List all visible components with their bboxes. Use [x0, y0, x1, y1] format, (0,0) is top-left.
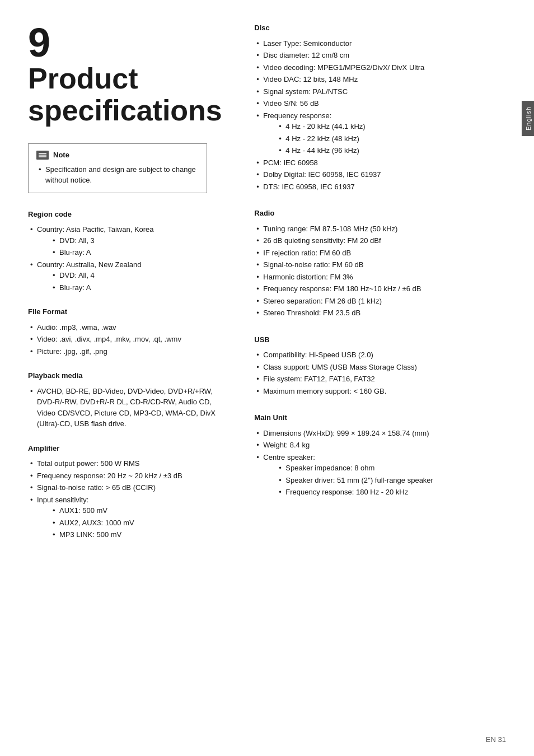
list-item: Speaker driver: 51 mm (2'') full-range s…: [277, 475, 506, 486]
page-footer: EN 31: [486, 734, 506, 745]
list-item: Frequency response: 4 Hz - 20 kHz (44.1 …: [254, 110, 506, 156]
list-item: Country: Australia, New Zealand DVD: All…: [28, 259, 226, 293]
sub-list: DVD: All, 4 Blu-ray: A: [37, 270, 226, 293]
list-item: AUX2, AUX3: 1000 mV: [50, 517, 226, 529]
sub-list: DVD: All, 3 Blu-ray: A: [37, 235, 226, 258]
amplifier-list: Total output power: 500 W RMS Frequency …: [28, 458, 226, 540]
region-code-list: Country: Asia Pacific, Taiwan, Korea DVD…: [28, 224, 226, 293]
playback-media-list: AVCHD, BD-RE, BD-Video, DVD-Video, DVD+R…: [28, 386, 226, 430]
list-item: Signal system: PAL/NTSC: [254, 86, 506, 97]
section-region-code: Region code Country: Asia Pacific, Taiwa…: [28, 209, 226, 293]
list-item: 4 Hz - 44 kHz (96 kHz): [277, 145, 506, 156]
section-playback-media: Playback media AVCHD, BD-RE, BD-Video, D…: [28, 370, 226, 430]
list-item: Frequency response: FM 180 Hz~10 kHz / ±…: [254, 283, 506, 295]
section-disc: Disc Laser Type: Semiconductor Disc diam…: [254, 22, 506, 192]
list-item: MP3 LINK: 500 mV: [50, 529, 226, 540]
sub-list: 4 Hz - 20 kHz (44.1 kHz) 4 Hz - 22 kHz (…: [263, 121, 506, 156]
list-item: Video: .avi, .divx, .mp4, .mkv, .mov, .q…: [28, 334, 226, 345]
left-column: 9 Productspecifications Note: [28, 22, 243, 734]
note-icon: [36, 151, 49, 160]
list-item: AVCHD, BD-RE, BD-Video, DVD-Video, DVD+R…: [28, 386, 226, 430]
section-title-usb: USB: [254, 334, 506, 346]
list-item: Picture: .jpg, .gif, .png: [28, 346, 226, 357]
note-header: Note: [36, 150, 199, 161]
list-item: Frequency response: 20 Hz ~ 20 kHz / ±3 …: [28, 470, 226, 482]
list-item: Tuning range: FM 87.5-108 MHz (50 kHz): [254, 223, 506, 235]
list-item: Weight: 8.4 kg: [254, 440, 506, 451]
list-item: Speaker impedance: 8 ohm: [277, 463, 506, 474]
list-item: DTS: IEC 60958, IEC 61937: [254, 181, 506, 193]
section-title-radio: Radio: [254, 208, 506, 219]
list-item: 4 Hz - 20 kHz (44.1 kHz): [277, 121, 506, 132]
list-item: 4 Hz - 22 kHz (48 kHz): [277, 133, 506, 144]
right-column: Disc Laser Type: Semiconductor Disc diam…: [243, 22, 506, 734]
list-item: DVD: All, 4: [50, 270, 226, 281]
list-item: DVD: All, 3: [50, 235, 226, 246]
note-label: Note: [53, 150, 69, 161]
chapter-title: Productspecifications: [28, 63, 226, 127]
section-amplifier: Amplifier Total output power: 500 W RMS …: [28, 443, 226, 540]
sub-list: Speaker impedance: 8 ohm Speaker driver:…: [263, 463, 506, 498]
list-item: Dimensions (WxHxD): 999 × 189.24 × 158.7…: [254, 428, 506, 439]
list-item: Dolby Digital: IEC 60958, IEC 61937: [254, 169, 506, 180]
list-item: Signal-to-noise ratio: > 65 dB (CCIR): [28, 482, 226, 493]
list-item: 26 dB quieting sensitivity: FM 20 dBf: [254, 235, 506, 246]
section-file-format: File Format Audio: .mp3, .wma, .wav Vide…: [28, 306, 226, 357]
list-item: Audio: .mp3, .wma, .wav: [28, 322, 226, 333]
section-title-file-format: File Format: [28, 306, 226, 318]
radio-list: Tuning range: FM 87.5-108 MHz (50 kHz) 2…: [254, 223, 506, 319]
list-item: Compatibility: Hi-Speed USB (2.0): [254, 349, 506, 361]
disc-list: Laser Type: Semiconductor Disc diameter:…: [254, 38, 506, 193]
list-item: Blu-ray: A: [50, 282, 226, 293]
list-item: PCM: IEC 60958: [254, 157, 506, 169]
file-format-list: Audio: .mp3, .wma, .wav Video: .avi, .di…: [28, 322, 226, 357]
list-item: File system: FAT12, FAT16, FAT32: [254, 374, 506, 385]
section-title-main-unit: Main Unit: [254, 412, 506, 423]
list-item: Video S/N: 56 dB: [254, 98, 506, 109]
note-item: Specification and design are subject to …: [36, 164, 199, 186]
section-title-playback-media: Playback media: [28, 370, 226, 381]
list-item: Blu-ray: A: [50, 247, 226, 258]
list-item: Country: Asia Pacific, Taiwan, Korea DVD…: [28, 224, 226, 258]
note-content: Specification and design are subject to …: [36, 164, 199, 186]
page: English 9 Productspecifications: [0, 0, 534, 756]
section-usb: USB Compatibility: Hi-Speed USB (2.0) Cl…: [254, 334, 506, 397]
section-radio: Radio Tuning range: FM 87.5-108 MHz (50 …: [254, 208, 506, 319]
sub-list: AUX1: 500 mV AUX2, AUX3: 1000 mV MP3 LIN…: [37, 505, 226, 540]
language-tab: English: [522, 101, 534, 136]
note-box: Note Specification and design are subjec…: [28, 143, 207, 193]
list-item: Harmonic distortion: FM 3%: [254, 272, 506, 283]
list-item: Laser Type: Semiconductor: [254, 38, 506, 49]
section-main-unit: Main Unit Dimensions (WxHxD): 999 × 189.…: [254, 412, 506, 498]
list-item: IF rejection ratio: FM 60 dB: [254, 248, 506, 259]
chapter-number: 9: [28, 22, 226, 63]
list-item: Total output power: 500 W RMS: [28, 458, 226, 469]
section-title-amplifier: Amplifier: [28, 443, 226, 454]
list-item: Video decoding: MPEG1/MPEG2/DivX/ DivX U…: [254, 62, 506, 73]
list-item: Maximum memory support: < 160 GB.: [254, 386, 506, 397]
list-item: Input sensitivity: AUX1: 500 mV AUX2, AU…: [28, 494, 226, 540]
list-item: AUX1: 500 mV: [50, 505, 226, 516]
list-item: Stereo separation: FM 26 dB (1 kHz): [254, 296, 506, 307]
main-content: 9 Productspecifications Note: [0, 0, 534, 756]
main-unit-list: Dimensions (WxHxD): 999 × 189.24 × 158.7…: [254, 428, 506, 498]
list-item: Frequency response: 180 Hz - 20 kHz: [277, 487, 506, 498]
section-title-region-code: Region code: [28, 209, 226, 220]
list-item: Centre speaker: Speaker impedance: 8 ohm…: [254, 452, 506, 498]
usb-list: Compatibility: Hi-Speed USB (2.0) Class …: [254, 349, 506, 396]
section-title-disc: Disc: [254, 22, 506, 34]
list-item: Signal-to-noise ratio: FM 60 dB: [254, 259, 506, 270]
list-item: Video DAC: 12 bits, 148 MHz: [254, 74, 506, 85]
list-item: Disc diameter: 12 cm/8 cm: [254, 50, 506, 61]
list-item: Class support: UMS (USB Mass Storage Cla…: [254, 362, 506, 373]
list-item: Stereo Threshold: FM 23.5 dB: [254, 307, 506, 319]
